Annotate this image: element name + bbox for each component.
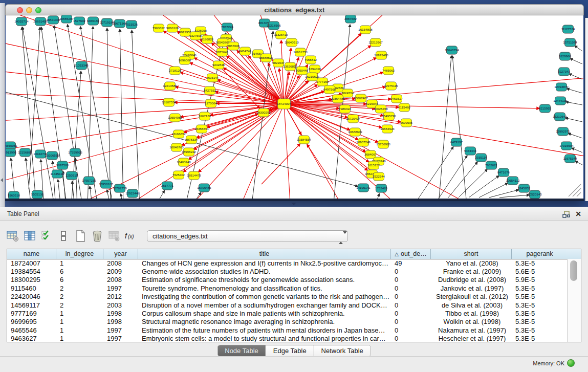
network-node[interactable]: 12093872	[554, 83, 569, 91]
network-node[interactable]: 2887682	[344, 15, 357, 23]
tab-node-table[interactable]: Node Table	[217, 345, 266, 356]
network-node[interactable]: 7485063	[382, 67, 395, 75]
column-header-name[interactable]: name	[7, 249, 56, 259]
table-selector-dropdown[interactable]: citations_edges.txt	[147, 230, 348, 242]
network-node[interactable]: 7625402	[172, 171, 185, 179]
network-node[interactable]: 11127534	[561, 25, 575, 33]
network-node[interactable]: 15751074	[563, 38, 577, 47]
network-node[interactable]: 15992971	[556, 127, 570, 136]
network-node[interactable]: 8878334	[185, 136, 198, 144]
table-row[interactable]: 1872400712008Changes of HCN gene express…	[7, 259, 568, 267]
column-header-in_degree[interactable]: in_degree	[56, 249, 103, 259]
network-node[interactable]: 2657771	[161, 182, 174, 190]
network-node[interactable]: 15998222	[182, 148, 196, 156]
scrollbar-thumb[interactable]	[570, 260, 577, 281]
network-node[interactable]: 17359926	[68, 148, 82, 157]
network-node[interactable]: 3875645	[216, 48, 229, 56]
network-node[interactable]: 10654983	[168, 114, 182, 122]
network-node[interactable]: 9129966	[559, 52, 572, 60]
network-canvas[interactable]: 1872400779638229860128991295532260589327…	[6, 15, 583, 199]
row-height-icon[interactable]	[56, 228, 71, 244]
network-node[interactable]: 9245852	[518, 184, 531, 192]
network-node[interactable]: 6479197	[450, 138, 463, 146]
column-header-year[interactable]: year	[103, 249, 138, 259]
network-node[interactable]: 15495796	[382, 112, 396, 120]
network-node[interactable]: 9699695	[400, 119, 413, 127]
network-node[interactable]: 20691406	[33, 17, 48, 26]
network-node[interactable]: 11325419	[274, 31, 288, 39]
network-node[interactable]: 16654923	[380, 125, 395, 133]
network-node[interactable]: 10807487	[354, 94, 368, 102]
network-node[interactable]: 20206556	[45, 151, 59, 160]
function-builder-icon[interactable]: f(x)	[123, 228, 139, 244]
results-panel-collapsed-strip[interactable]	[585, 18, 588, 201]
network-node[interactable]: 9474444	[464, 147, 477, 155]
network-node[interactable]: 16355554	[194, 125, 209, 133]
delete-column-trash-icon[interactable]	[90, 228, 105, 244]
network-node[interactable]: 10520145	[528, 190, 542, 199]
network-node[interactable]: 9115460	[398, 103, 410, 112]
table-row[interactable]: 977716911998Corpus callosum shape and si…	[7, 309, 568, 317]
network-node[interactable]: 8186828	[201, 35, 214, 43]
column-header-out_de[interactable]: △out_de…	[391, 249, 431, 259]
show-columns-icon[interactable]	[22, 228, 37, 244]
table-row[interactable]: 2242004622012Investigating the contribut…	[7, 293, 568, 301]
network-node[interactable]: 9990448	[296, 67, 309, 75]
network-node[interactable]: 15706485	[197, 184, 211, 192]
column-header-pagerank[interactable]: pagerank	[512, 249, 568, 259]
column-header-title[interactable]: title	[138, 249, 391, 259]
network-node[interactable]: 12156889	[18, 148, 32, 157]
table-row[interactable]: 946362711997Embryonic stem cells: a mode…	[7, 335, 568, 342]
network-node[interactable]: 3267130	[199, 112, 211, 120]
network-node[interactable]: 21053346	[74, 61, 89, 70]
tab-network-table[interactable]: Network Table	[314, 345, 371, 356]
vertical-scrollbar[interactable]	[567, 259, 581, 342]
network-node[interactable]: 10654112	[506, 177, 520, 185]
tab-edge-table[interactable]: Edge Table	[266, 345, 314, 356]
network-node[interactable]: 16154808	[358, 26, 373, 34]
network-node[interactable]: 10719184	[100, 18, 114, 27]
network-node[interactable]: 10688609	[348, 128, 362, 136]
network-node[interactable]: 14195141	[356, 184, 371, 192]
split-divider-handle-icon[interactable]	[291, 203, 296, 205]
network-node[interactable]: 16958107	[99, 180, 113, 188]
network-node[interactable]: 1170064	[205, 99, 217, 107]
network-node[interactable]: 7632621	[485, 161, 498, 169]
network-node[interactable]: 14055714	[14, 17, 29, 26]
network-node[interactable]: 6497568	[323, 85, 336, 94]
select-rows-check-icon[interactable]	[39, 228, 54, 244]
network-node[interactable]: 2603144	[206, 74, 219, 82]
network-node[interactable]: 12975115	[384, 82, 398, 90]
table-row[interactable]: 1456911722003Disruption of a novel membe…	[7, 301, 568, 309]
network-node[interactable]: 7955812	[304, 56, 317, 64]
network-node[interactable]: 8427552	[204, 86, 216, 95]
network-node[interactable]: 7857224	[221, 23, 234, 31]
network-node[interactable]: 7515526	[125, 20, 138, 29]
network-node[interactable]: 1615152	[367, 161, 380, 169]
network-node[interactable]: 12444133	[553, 97, 568, 105]
network-node[interactable]: 18107554	[162, 98, 176, 106]
network-node[interactable]: 9227343	[558, 68, 571, 76]
network-node[interactable]: 9860128	[166, 24, 179, 32]
network-node[interactable]: 9327508	[189, 32, 202, 40]
network-node[interactable]: 3824554	[341, 89, 354, 97]
network-node[interactable]: 16961758	[293, 48, 308, 56]
network-node[interactable]: 18821306	[46, 16, 60, 24]
network-node[interactable]: 17957235	[82, 177, 96, 185]
network-node[interactable]: 15720407	[346, 115, 360, 123]
network-node[interactable]: 9777169	[316, 78, 329, 86]
window-titlebar[interactable]: citations_edges.txt	[5, 4, 584, 15]
network-node[interactable]: 2867608	[227, 42, 240, 50]
network-node[interactable]: 12213967	[368, 38, 383, 47]
network-node[interactable]: 12923448	[125, 189, 140, 198]
network-node[interactable]: 12213589	[163, 82, 177, 90]
network-node[interactable]: 16210643	[553, 113, 567, 121]
network-node[interactable]: 19384554	[297, 136, 311, 144]
network-node[interactable]: 1527602	[73, 17, 86, 25]
network-node[interactable]: 6466160	[87, 17, 100, 25]
network-node[interactable]: 9242848	[212, 61, 225, 69]
network-node[interactable]: 8471676	[497, 168, 510, 177]
network-node[interactable]: 18907249	[356, 138, 371, 146]
float-window-icon[interactable]	[562, 210, 571, 218]
network-node[interactable]: 9360518	[8, 191, 20, 199]
